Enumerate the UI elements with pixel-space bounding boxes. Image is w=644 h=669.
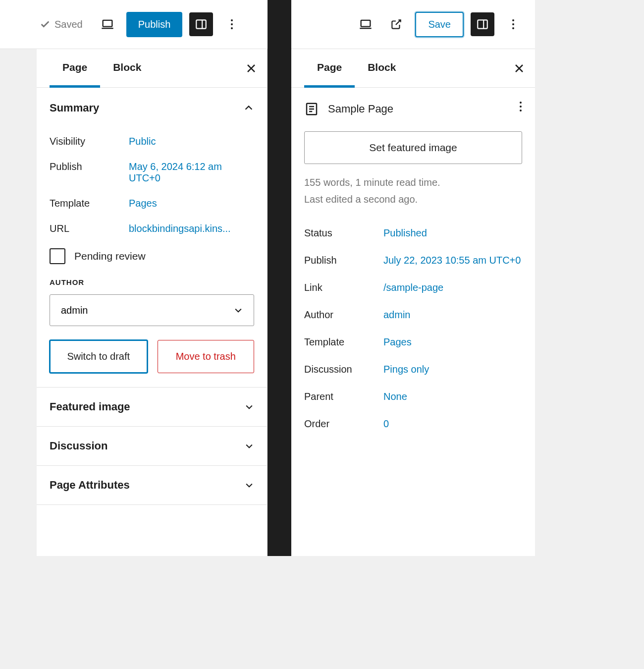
chevron-down-icon <box>244 441 254 451</box>
parent-row: Parent None <box>304 383 522 410</box>
svg-point-4 <box>231 19 233 21</box>
saved-label: Saved <box>54 19 83 30</box>
discussion-value[interactable]: Pings only <box>383 364 429 375</box>
sidebar-icon <box>476 18 489 31</box>
url-value[interactable]: blockbindingsapi.kins... <box>129 223 231 234</box>
toolbar-left: Saved Publish <box>0 0 268 49</box>
more-menu-button[interactable] <box>501 12 525 36</box>
link-label: Link <box>304 282 383 293</box>
order-row: Order 0 <box>304 410 522 438</box>
status-row: Status Published <box>304 220 522 247</box>
sidebar-icon <box>195 18 208 31</box>
status-label: Status <box>304 227 383 239</box>
svg-point-13 <box>512 19 514 21</box>
svg-point-22 <box>520 102 522 104</box>
url-row: URL blockbindingsapi.kins... <box>50 216 254 241</box>
svg-rect-9 <box>361 20 371 27</box>
laptop-icon <box>101 17 114 31</box>
view-mode-button[interactable] <box>354 12 377 36</box>
tab-block[interactable]: Block <box>100 49 154 88</box>
more-menu-button[interactable] <box>220 12 244 36</box>
open-external-button[interactable] <box>384 12 408 36</box>
template-value[interactable]: Pages <box>129 198 157 209</box>
svg-point-24 <box>520 110 522 112</box>
svg-point-14 <box>512 23 514 25</box>
featured-image-label: Featured image <box>50 400 130 413</box>
publish-value[interactable]: July 22, 2023 10:55 am UTC+0 <box>383 255 521 266</box>
status-value[interactable]: Published <box>383 227 427 238</box>
parent-label: Parent <box>304 391 383 402</box>
page-title-row: Sample Page <box>291 88 535 125</box>
template-value[interactable]: Pages <box>383 336 412 347</box>
sidebar-toggle-button[interactable] <box>189 12 213 36</box>
toolbar-right: Save <box>291 0 535 49</box>
save-button[interactable]: Save <box>415 12 464 37</box>
close-icon <box>245 62 257 74</box>
template-row: Template Pages <box>50 191 254 216</box>
chevron-down-icon <box>244 402 254 412</box>
page-icon <box>304 102 319 116</box>
move-to-trash-button[interactable]: Move to trash <box>158 340 255 373</box>
order-value[interactable]: 0 <box>383 418 389 429</box>
visibility-label: Visibility <box>50 136 129 147</box>
visibility-row: Visibility Public <box>50 129 254 154</box>
publish-label: Publish <box>304 255 383 266</box>
publish-button[interactable]: Publish <box>126 12 183 37</box>
page-attributes-label: Page Attributes <box>50 479 130 492</box>
svg-point-23 <box>520 106 522 108</box>
meta-line-1: 155 words, 1 minute read time. <box>304 174 522 191</box>
check-icon <box>40 19 51 30</box>
close-sidebar-button[interactable] <box>245 62 257 74</box>
meta-text: 155 words, 1 minute read time. Last edit… <box>291 174 535 208</box>
svg-rect-2 <box>197 20 207 28</box>
page-attributes-section-toggle[interactable]: Page Attributes <box>37 465 267 504</box>
author-label: Author <box>304 309 383 321</box>
page-actions-menu[interactable] <box>519 101 522 112</box>
summary-section-toggle[interactable]: Summary <box>37 88 267 129</box>
template-row: Template Pages <box>304 329 522 356</box>
close-sidebar-button[interactable] <box>513 62 525 74</box>
tab-block[interactable]: Block <box>355 49 409 88</box>
publish-row: Publish May 6, 2024 6:12 am UTC+0 <box>50 154 254 191</box>
parent-value[interactable]: None <box>383 391 407 402</box>
vertical-divider <box>268 0 291 556</box>
svg-rect-11 <box>478 20 487 28</box>
discussion-row: Discussion Pings only <box>304 356 522 383</box>
pending-review-checkbox[interactable] <box>50 248 65 264</box>
svg-point-5 <box>231 23 233 25</box>
template-label: Template <box>50 198 129 209</box>
publish-row: Publish July 22, 2023 10:55 am UTC+0 <box>304 247 522 274</box>
sidebar-toggle-button[interactable] <box>471 12 494 36</box>
template-label: Template <box>304 336 383 348</box>
publish-value[interactable]: May 6, 2024 6:12 am UTC+0 <box>129 161 222 183</box>
svg-point-6 <box>231 27 233 29</box>
link-value[interactable]: /sample-page <box>383 282 443 293</box>
svg-point-15 <box>512 27 514 29</box>
tab-page[interactable]: Page <box>304 49 355 88</box>
dots-vertical-icon <box>512 18 515 30</box>
view-mode-button[interactable] <box>96 12 119 36</box>
author-heading: AUTHOR <box>50 274 254 290</box>
dots-vertical-icon <box>519 101 522 112</box>
sidebar-tabs: Page Block <box>37 49 267 88</box>
page-title: Sample Page <box>328 103 393 115</box>
discussion-label: Discussion <box>50 440 107 452</box>
pending-review-label: Pending review <box>74 250 146 262</box>
discussion-section-toggle[interactable]: Discussion <box>37 426 267 465</box>
author-row: Author admin <box>304 301 522 329</box>
link-row: Link /sample-page <box>304 274 522 301</box>
url-label: URL <box>50 223 129 234</box>
featured-image-section-toggle[interactable]: Featured image <box>37 387 267 426</box>
discussion-label: Discussion <box>304 364 383 375</box>
chevron-down-icon <box>244 480 254 490</box>
meta-line-2: Last edited a second ago. <box>304 191 522 208</box>
tab-page[interactable]: Page <box>50 49 100 88</box>
laptop-icon <box>359 17 373 31</box>
set-featured-image-button[interactable]: Set featured image <box>304 131 522 164</box>
saved-indicator: Saved <box>40 19 83 30</box>
order-label: Order <box>304 418 383 430</box>
author-value[interactable]: admin <box>383 309 410 320</box>
author-select[interactable]: admin <box>50 294 254 326</box>
switch-to-draft-button[interactable]: Switch to draft <box>50 340 148 373</box>
visibility-value[interactable]: Public <box>129 136 156 147</box>
